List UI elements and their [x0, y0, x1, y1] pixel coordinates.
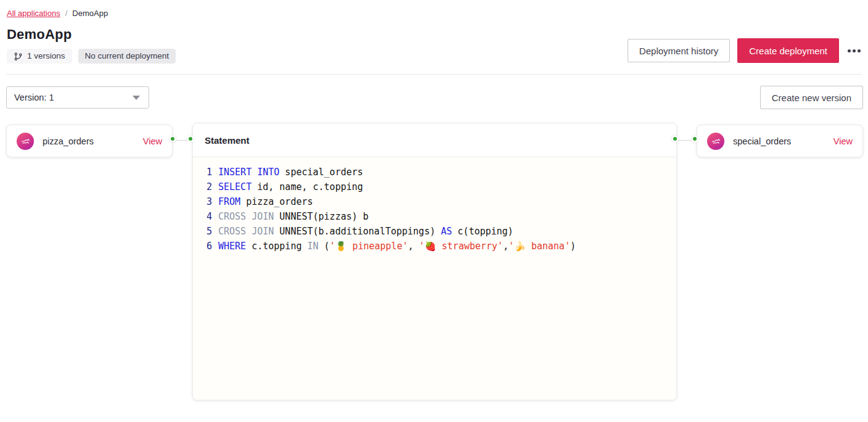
- deployment-status-badge: No current deployment: [78, 49, 176, 64]
- code-line: 4CROSS JOIN UNNEST(pizzas) b: [205, 209, 668, 224]
- code-line: 5CROSS JOIN UNNEST(b.additionalToppings)…: [205, 224, 668, 239]
- target-table-name: special_orders: [733, 136, 825, 146]
- statement-input-port: [187, 135, 194, 143]
- badges: 1 versions No current deployment: [7, 49, 176, 64]
- page-title: DemoApp: [7, 27, 176, 43]
- statement-output-port: [671, 135, 679, 143]
- version-toolbar: Version: 1 Create new version: [0, 75, 868, 109]
- code-line: 1INSERT INTO special_orders: [205, 165, 668, 180]
- deployment-status-label: No current deployment: [85, 51, 170, 61]
- versions-badge-label: 1 versions: [27, 51, 65, 61]
- sql-code: 1INSERT INTO special_orders2SELECT id, n…: [193, 157, 676, 400]
- line-number: 5: [205, 224, 212, 239]
- ellipsis-icon: [848, 49, 851, 52]
- git-branch-icon: [14, 52, 23, 61]
- target-view-link[interactable]: View: [833, 136, 853, 146]
- more-options-button[interactable]: [846, 46, 862, 56]
- flink-table-icon: [17, 133, 34, 150]
- version-select[interactable]: Version: 1: [6, 86, 149, 109]
- source-view-link[interactable]: View: [143, 136, 162, 146]
- line-number: 1: [205, 165, 212, 180]
- source-table-node[interactable]: pizza_orders View: [6, 125, 173, 157]
- breadcrumb: All applications / DemoApp: [0, 0, 868, 18]
- line-number: 2: [205, 180, 212, 194]
- statement-node[interactable]: Statement 1INSERT INTO special_orders2SE…: [192, 123, 677, 400]
- chevron-down-icon: [133, 96, 140, 100]
- breadcrumb-current: DemoApp: [72, 9, 108, 18]
- line-number: 4: [205, 209, 212, 224]
- source-table-name: pizza_orders: [43, 136, 134, 146]
- flow-canvas: pizza_orders View Statement 1INSERT INTO…: [0, 123, 868, 413]
- deployment-history-button[interactable]: Deployment history: [628, 39, 730, 62]
- header-actions: Deployment history Create deployment: [628, 38, 862, 64]
- source-output-port: [169, 135, 176, 143]
- breadcrumb-all-applications-link[interactable]: All applications: [7, 9, 60, 18]
- application-detail-page: All applications / DemoApp DemoApp: [0, 0, 868, 422]
- code-line: 2SELECT id, name, c.topping: [205, 180, 668, 194]
- target-input-port: [691, 135, 698, 143]
- line-number: 3: [205, 194, 212, 209]
- page-header: DemoApp 1 versions No c: [0, 18, 868, 64]
- breadcrumb-separator: /: [65, 9, 68, 18]
- target-table-node[interactable]: special_orders View: [697, 125, 863, 157]
- line-number: 6: [205, 239, 212, 254]
- page-header-left: DemoApp 1 versions No c: [7, 27, 176, 64]
- create-deployment-button[interactable]: Create deployment: [737, 38, 839, 63]
- flink-table-icon: [707, 133, 724, 150]
- code-line: 6WHERE c.topping IN ('🍍 pineapple', '🍓 s…: [205, 239, 668, 254]
- version-select-value: Version: 1: [14, 93, 54, 102]
- code-line: 3FROM pizza_orders: [205, 194, 668, 209]
- versions-badge: 1 versions: [7, 49, 72, 64]
- create-new-version-button[interactable]: Create new version: [760, 86, 863, 109]
- statement-title: Statement: [193, 123, 676, 157]
